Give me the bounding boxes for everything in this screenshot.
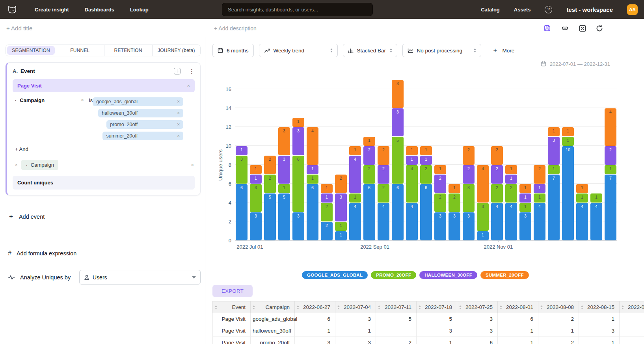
bar-segment[interactable]: 2: [264, 175, 276, 193]
table-header-cell[interactable]: 2022-06-27: [295, 301, 335, 313]
bar-segment[interactable]: 6: [420, 184, 432, 240]
bar-segment[interactable]: 4: [406, 203, 418, 240]
bar-segment[interactable]: 4: [349, 156, 361, 193]
legend-pill[interactable]: SUMMER_20OFF: [480, 271, 529, 279]
bar-segment[interactable]: 2: [378, 146, 389, 165]
stacked-bar-2022-10-24[interactable]: 431: [477, 165, 489, 240]
chart-type-select[interactable]: Stacked Bar: [343, 44, 397, 57]
sort-icon[interactable]: [215, 304, 217, 311]
bar-segment[interactable]: 1: [548, 127, 560, 136]
table-header-cell[interactable]: Event: [213, 301, 251, 313]
legend-pill[interactable]: PROMO_20OFF: [371, 271, 416, 279]
bar-segment[interactable]: 1: [406, 156, 418, 165]
bar-segment[interactable]: 1: [420, 156, 432, 165]
date-range-button[interactable]: 6 months: [212, 44, 254, 57]
stacked-bar-2022-10-03[interactable]: 1223: [434, 165, 446, 240]
stacked-bar-2022-09-19[interactable]: 1144: [406, 146, 418, 240]
stacked-bar-2022-07-25[interactable]: 1363: [292, 118, 304, 240]
bar-segment[interactable]: 4: [406, 165, 418, 203]
remove-breakdown-row-icon[interactable]: ×: [191, 162, 194, 167]
bar-segment[interactable]: 6: [292, 156, 304, 212]
stacked-bar-2022-08-01[interactable]: 4116: [307, 127, 318, 240]
add-event-button[interactable]: + Add event: [9, 213, 201, 221]
bar-segment[interactable]: 1: [349, 193, 361, 203]
tab-segmentation[interactable]: SEGMENTATION: [7, 46, 55, 55]
bar-segment[interactable]: 1: [236, 146, 248, 155]
sort-icon[interactable]: [419, 304, 421, 311]
filter-operator[interactable]: is: [89, 97, 93, 140]
bar-segment[interactable]: 1: [335, 222, 347, 231]
bar-segment[interactable]: 4: [307, 127, 318, 165]
bar-segment[interactable]: 2: [420, 165, 432, 184]
stacked-bar-2022-12-05[interactable]: 1110: [562, 127, 574, 240]
remove-breakdown-icon[interactable]: ×: [15, 163, 17, 167]
bar-segment[interactable]: 2: [463, 146, 475, 165]
bar-segment[interactable]: 6: [236, 184, 248, 240]
bar-segment[interactable]: 5: [264, 193, 276, 240]
bar-segment[interactable]: 3: [335, 193, 347, 221]
bar-segment[interactable]: 3: [477, 203, 489, 231]
breakdown-property[interactable]: ·Campaign: [21, 160, 58, 170]
remove-tag-icon[interactable]: ×: [177, 99, 180, 104]
sort-icon[interactable]: [337, 304, 340, 311]
filter-property[interactable]: Campaign: [20, 97, 45, 140]
event-menu-icon[interactable]: ⋮: [189, 68, 195, 74]
bar-segment[interactable]: 5: [392, 137, 404, 184]
bar-segment[interactable]: 2: [434, 193, 446, 212]
bar-segment[interactable]: 1: [250, 165, 262, 174]
bar-segment[interactable]: 6: [307, 184, 318, 240]
bar-segment[interactable]: 1: [278, 184, 290, 193]
sort-icon[interactable]: [297, 304, 299, 311]
bar-segment[interactable]: 2: [321, 203, 333, 221]
bar-segment[interactable]: 1: [590, 193, 602, 203]
trend-select[interactable]: Weekly trend: [259, 44, 338, 57]
bar-segment[interactable]: 1: [321, 184, 333, 193]
table-header-cell[interactable]: 2022-07-04: [335, 301, 376, 313]
bar-segment[interactable]: 1: [576, 184, 588, 193]
bar-segment[interactable]: 3: [434, 212, 446, 240]
stacked-bar-2022-09-05[interactable]: 2224: [378, 146, 389, 240]
bar-segment[interactable]: 4: [590, 203, 602, 240]
bar-segment[interactable]: 3: [548, 137, 560, 165]
legend-pill[interactable]: HALLOWEEN_30OFF: [419, 271, 477, 279]
bar-segment[interactable]: 3: [463, 212, 475, 240]
bar-segment[interactable]: 2: [491, 165, 503, 184]
remove-tag-icon[interactable]: ×: [177, 111, 180, 115]
bar-segment[interactable]: 2: [363, 146, 375, 165]
bar-segment[interactable]: 1: [576, 193, 588, 203]
help-icon[interactable]: ?: [545, 6, 552, 13]
sort-icon[interactable]: [540, 304, 543, 311]
bar-segment[interactable]: 3: [292, 127, 304, 155]
bar-segment[interactable]: 1: [534, 193, 545, 203]
bar-segment[interactable]: 1: [307, 175, 318, 184]
sort-icon[interactable]: [500, 304, 502, 311]
stacked-bar-2022-08-08[interactable]: 1122: [321, 184, 333, 240]
tab-funnel[interactable]: FUNNEL: [56, 45, 104, 56]
bar-segment[interactable]: 6: [392, 184, 404, 240]
bar-segment[interactable]: 1: [548, 165, 560, 174]
stacked-bar-2022-12-26[interactable]: 4217: [605, 108, 616, 240]
bar-segment[interactable]: 1: [534, 184, 545, 193]
bar-segment[interactable]: 2: [534, 165, 545, 184]
bar-segment[interactable]: 2: [434, 175, 446, 193]
bar-segment[interactable]: 1: [519, 193, 531, 203]
sort-icon[interactable]: [253, 304, 255, 311]
add-title-button[interactable]: + Add title: [6, 25, 32, 32]
bar-segment[interactable]: 1: [562, 137, 574, 146]
copy-link-icon[interactable]: [561, 24, 569, 32]
bar-segment[interactable]: 1: [363, 137, 375, 146]
sort-icon[interactable]: [581, 304, 583, 311]
tab-journey[interactable]: JOURNEY (beta): [152, 45, 200, 56]
stacked-bar-2022-11-14[interactable]: 1113: [519, 184, 531, 240]
filter-value-tag[interactable]: summer_20off×: [102, 132, 183, 140]
bar-segment[interactable]: 1: [519, 184, 531, 193]
bar-segment[interactable]: 7: [548, 175, 560, 240]
bar-segment[interactable]: 1: [477, 231, 489, 240]
bar-segment[interactable]: 3: [519, 212, 531, 240]
table-header-cell[interactable]: 2022-08-01: [498, 301, 538, 313]
stacked-bar-2022-07-04[interactable]: 1133: [250, 165, 262, 240]
bar-segment[interactable]: 1: [434, 165, 446, 174]
bar-segment[interactable]: 7: [605, 175, 616, 240]
table-header-cell[interactable]: 2022-08-15: [579, 301, 620, 313]
bar-segment[interactable]: 3: [449, 212, 460, 240]
